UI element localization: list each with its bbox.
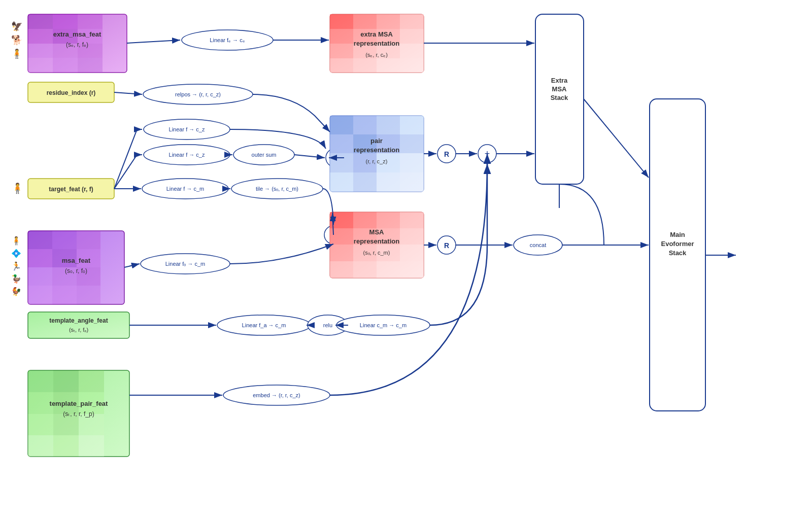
svg-rect-84: [377, 261, 400, 278]
svg-rect-17: [28, 249, 52, 267]
svg-rect-81: [400, 245, 424, 261]
svg-rect-56: [377, 116, 400, 134]
svg-rect-62: [330, 153, 353, 172]
arrow-msa-to-linear: [124, 264, 140, 267]
tile-label: tile → (s₀, r, c_m): [256, 186, 298, 192]
svg-rect-36: [53, 435, 79, 457]
icon-bird2: 🦆: [11, 274, 21, 284]
svg-rect-40: [377, 14, 400, 29]
svg-rect-85: [400, 261, 424, 278]
svg-rect-8: [28, 44, 53, 58]
svg-rect-82: [330, 261, 353, 278]
svg-rect-28: [79, 370, 104, 392]
svg-rect-37: [79, 435, 104, 457]
icon-person3: 🧍: [11, 236, 21, 246]
msa-feat-label: msa_feat: [62, 257, 91, 264]
icon-dog: 🐕: [11, 34, 23, 46]
svg-rect-38: [330, 14, 353, 29]
diagram-svg: extra_msa_feat (sₑ, r, fₑ) 🦅 🐕 🧍 residue…: [0, 0, 812, 522]
template-angle-feat-label: template_angle_feat: [49, 317, 108, 324]
pair-repr-label2: representation: [354, 146, 399, 154]
svg-rect-3: [53, 14, 78, 29]
svg-rect-12: [53, 58, 78, 73]
arrow-linear-cm-to-plus3: [430, 154, 487, 325]
svg-rect-15: [52, 231, 77, 249]
icon-diamond: 💠: [11, 249, 21, 258]
linear-fa-cm-label: Linear f_a → c_m: [242, 322, 286, 328]
template-angle-feat-box: [28, 312, 129, 338]
relu-label: relu: [323, 322, 332, 328]
svg-rect-32: [28, 414, 53, 435]
svg-rect-42: [330, 29, 353, 44]
arrow-embed-to-plus3: [330, 164, 487, 395]
msa-repr-sub: (s₀, r, c_m): [363, 250, 390, 256]
pair-repr-label: pair: [370, 137, 383, 145]
arrow-target-to-linear2: [114, 155, 142, 189]
svg-rect-54: [330, 116, 353, 134]
svg-rect-50: [330, 58, 353, 73]
svg-rect-23: [28, 286, 52, 304]
pair-repr-sub: (r, r, c_z): [366, 158, 388, 164]
svg-rect-45: [400, 29, 424, 44]
relpos-label: relpos → (r, r, c_z): [175, 91, 221, 97]
icon-runner: 🏃: [11, 261, 21, 271]
extra-msa-repr-sub: (sₑ, r, cₑ): [365, 52, 388, 58]
extra-msa-stack-label3: Stack: [551, 94, 568, 101]
svg-rect-26: [28, 370, 53, 392]
svg-rect-5: [28, 29, 53, 44]
svg-rect-51: [353, 58, 377, 73]
svg-rect-67: [353, 172, 377, 192]
linear-f-cz1-label: Linear f → c_z: [169, 126, 205, 132]
arrow-target-to-linear1: [114, 129, 142, 189]
arrow-linear-fc-to-plus: [230, 244, 333, 264]
msa-repr-label2: representation: [354, 237, 399, 245]
arrow-relpos-to-pair: [253, 94, 330, 132]
icon-person: 🧍: [11, 48, 23, 59]
linear-f-cm-label: Linear f → c_m: [166, 186, 205, 192]
svg-rect-77: [400, 228, 424, 245]
extra-msa-repr-label2: representation: [354, 40, 399, 47]
svg-rect-66: [330, 172, 353, 192]
r1-label: R: [444, 150, 449, 158]
svg-rect-24: [52, 286, 77, 304]
svg-rect-58: [330, 134, 353, 153]
svg-rect-13: [78, 58, 103, 73]
icon-person2: 🧍: [11, 182, 24, 194]
svg-rect-71: [353, 212, 377, 228]
template-pair-feat-label: template_pair_feat: [50, 400, 109, 407]
svg-rect-14: [28, 231, 52, 249]
arrow-outer-to-plus: [294, 155, 325, 158]
msa-feat-sub: (s₀, r, f₀): [65, 267, 87, 274]
extra-msa-repr-label: extra MSA: [360, 30, 393, 38]
diagram-container: extra_msa_feat (sₑ, r, fₑ) 🦅 🐕 🧍 residue…: [0, 0, 812, 522]
svg-rect-39: [353, 14, 377, 29]
svg-rect-73: [400, 212, 424, 228]
template-angle-feat-sub: (sₜ, r, fₐ): [69, 327, 88, 333]
svg-rect-2: [28, 14, 53, 29]
extra-msa-stack-label2: MSA: [552, 85, 567, 93]
arrow-residue-to-relpos: [114, 92, 142, 94]
outer-sum-label: outer sum: [252, 152, 277, 158]
svg-rect-11: [28, 58, 53, 73]
main-stack-label2: Evoformer: [661, 240, 694, 248]
linear-fe-ce-label: Linear fₑ → cₑ: [210, 37, 245, 43]
r2-label: R: [444, 241, 449, 250]
icon-rooster: 🐓: [11, 287, 21, 296]
svg-rect-25: [77, 286, 100, 304]
svg-rect-72: [377, 212, 400, 228]
svg-rect-53: [400, 58, 424, 73]
svg-rect-20: [28, 267, 52, 286]
template-pair-feat-sub: (sₜ, r, r, f_p): [63, 410, 94, 417]
svg-rect-52: [377, 58, 400, 73]
concat-label: concat: [530, 242, 546, 248]
target-feat-label: target_feat (r, f): [49, 186, 93, 193]
svg-rect-4: [78, 14, 103, 29]
arrow-extra-stack-to-main: [584, 99, 649, 178]
extra-msa-stack-label: Extra: [551, 77, 568, 84]
arrow-extra-msa-to-linear: [127, 40, 180, 43]
embed-label: embed → (r, r, c_z): [253, 392, 300, 398]
residue-index-label: residue_index (r): [47, 89, 96, 96]
svg-rect-57: [400, 116, 424, 134]
svg-rect-78: [330, 245, 353, 261]
svg-rect-61: [400, 134, 424, 153]
